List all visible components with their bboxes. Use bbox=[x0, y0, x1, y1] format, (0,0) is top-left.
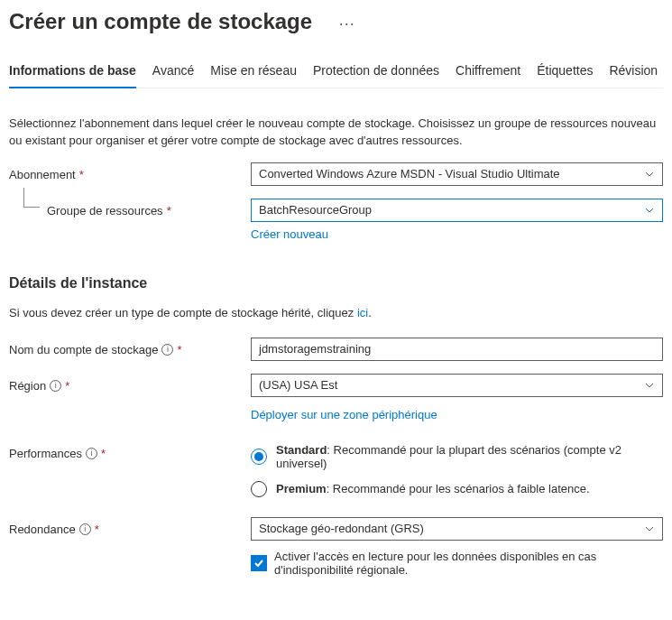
redundancy-label: Redondance i * bbox=[9, 517, 251, 536]
region-select[interactable]: (USA) USA Est bbox=[251, 374, 663, 397]
info-icon[interactable]: i bbox=[50, 380, 61, 392]
tab-5[interactable]: Étiquettes bbox=[537, 63, 593, 88]
read-access-checkbox[interactable] bbox=[251, 555, 267, 571]
chevron-down-icon bbox=[644, 169, 655, 180]
chevron-down-icon bbox=[644, 523, 655, 534]
resource-group-label: Groupe de ressources* bbox=[9, 199, 251, 217]
tab-1[interactable]: Avancé bbox=[152, 63, 194, 88]
radio-icon bbox=[251, 481, 267, 497]
performance-option-standard[interactable]: Standard: Recommandé pour la plupart des… bbox=[251, 443, 663, 470]
performance-label: Performances i * bbox=[9, 441, 251, 460]
account-name-label: Nom du compte de stockage i * bbox=[9, 338, 251, 356]
subscription-label: Abonnement* bbox=[9, 162, 251, 181]
info-icon[interactable]: i bbox=[86, 448, 97, 459]
instance-details-heading: Détails de l'instance bbox=[9, 275, 663, 291]
more-actions-icon[interactable]: ··· bbox=[339, 14, 355, 32]
performance-option-premium[interactable]: Premium: Recommandé pour les scénarios à… bbox=[251, 481, 663, 497]
tab-0[interactable]: Informations de base bbox=[9, 63, 136, 88]
tab-6[interactable]: Révision bbox=[609, 63, 658, 88]
legacy-account-hint: Si vous devez créer un type de compte de… bbox=[9, 306, 663, 319]
page-title: Créer un compte de stockage bbox=[9, 9, 312, 34]
tab-4[interactable]: Chiffrement bbox=[456, 63, 520, 88]
deploy-edge-zone-link[interactable]: Déployer sur une zone périphérique bbox=[251, 408, 437, 421]
tab-3[interactable]: Protection de données bbox=[313, 63, 439, 88]
intro-text: Sélectionnez l'abonnement dans lequel cr… bbox=[9, 116, 658, 150]
radio-icon bbox=[251, 449, 267, 465]
info-icon[interactable]: i bbox=[79, 523, 91, 535]
chevron-down-icon bbox=[644, 205, 655, 216]
subscription-select[interactable]: Converted Windows Azure MSDN - Visual St… bbox=[251, 162, 663, 186]
info-icon[interactable]: i bbox=[161, 344, 173, 356]
create-new-resource-group-link[interactable]: Créer nouveau bbox=[251, 227, 328, 241]
region-label: Région i * bbox=[9, 374, 251, 393]
resource-group-select[interactable]: BatchResourceGroup bbox=[251, 199, 663, 222]
read-access-label: Activer l'accès en lecture pour les donn… bbox=[274, 550, 663, 577]
tabs-bar: Informations de baseAvancéMise en réseau… bbox=[9, 63, 663, 88]
redundancy-select[interactable]: Stockage géo-redondant (GRS) bbox=[251, 517, 663, 541]
legacy-account-link[interactable]: ici bbox=[357, 306, 368, 319]
tab-2[interactable]: Mise en réseau bbox=[210, 63, 297, 88]
account-name-input[interactable]: jdmstoragemstraining bbox=[251, 338, 663, 361]
chevron-down-icon bbox=[644, 380, 655, 391]
